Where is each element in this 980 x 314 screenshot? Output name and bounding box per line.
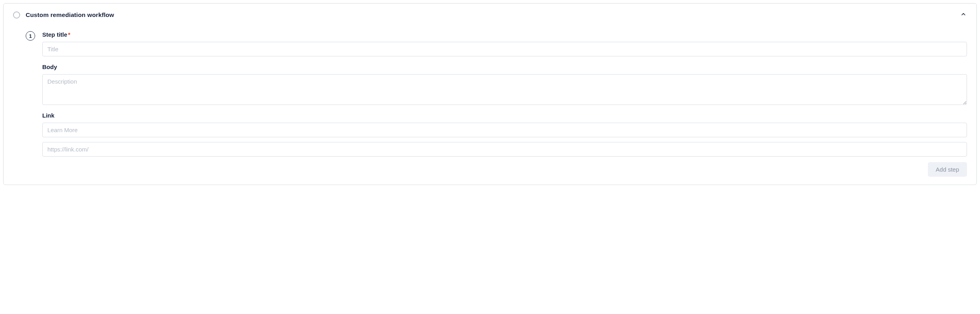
actions-row: Add step: [42, 162, 967, 177]
step-fields: Step title* Body Link Add step: [42, 31, 967, 177]
collapse-toggle[interactable]: [960, 11, 967, 19]
step-title-label: Step title*: [42, 31, 967, 38]
step-body-textarea[interactable]: [42, 74, 967, 105]
panel-title: Custom remediation workflow: [26, 11, 114, 19]
step-container: 1 Step title* Body Link Add step: [13, 31, 967, 177]
panel-header-left: Custom remediation workflow: [13, 11, 114, 19]
step-number-badge: 1: [26, 31, 35, 41]
add-step-button[interactable]: Add step: [928, 162, 967, 177]
required-asterisk: *: [68, 31, 70, 38]
step-title-label-text: Step title: [42, 31, 67, 38]
body-label: Body: [42, 64, 967, 70]
remediation-workflow-panel: Custom remediation workflow 1 Step title…: [3, 3, 977, 185]
workflow-radio[interactable]: [13, 11, 20, 19]
panel-header: Custom remediation workflow: [13, 11, 967, 19]
link-label: Link: [42, 112, 967, 119]
chevron-up-icon: [960, 11, 967, 19]
step-title-input[interactable]: [42, 42, 967, 56]
link-text-input[interactable]: [42, 123, 967, 137]
link-url-input[interactable]: [42, 142, 967, 157]
